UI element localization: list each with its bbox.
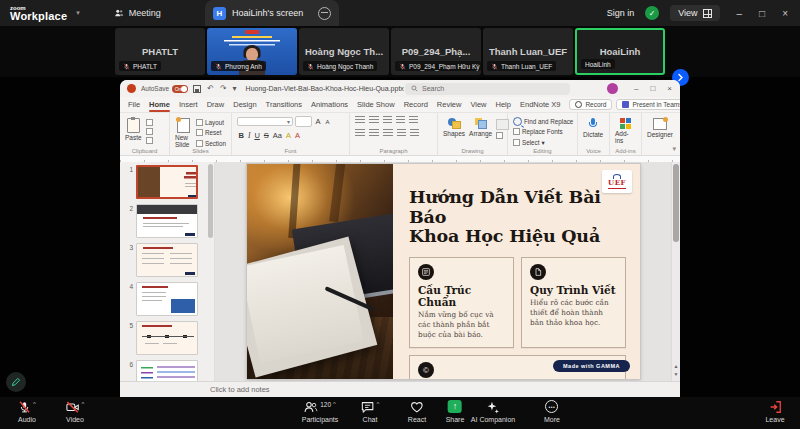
- thumbnail-scrollbar[interactable]: [208, 164, 213, 238]
- tab-home[interactable]: Home: [149, 100, 170, 109]
- addins-button[interactable]: Add-ins: [615, 116, 636, 144]
- account-avatar[interactable]: [607, 83, 618, 94]
- participant-tile-active-speaker[interactable]: HoaiLinh HoaiLinh: [575, 28, 665, 75]
- chat-options-caret[interactable]: ^: [377, 401, 380, 407]
- slide-thumbnail-4[interactable]: 4: [124, 282, 206, 316]
- audio-options-caret[interactable]: ^: [33, 401, 36, 407]
- copy-icon[interactable]: [146, 128, 153, 135]
- layout-button[interactable]: Layout: [196, 118, 226, 127]
- ai-companion-button[interactable]: AI Companion: [471, 400, 515, 423]
- shapes-button[interactable]: Shapes: [443, 116, 465, 137]
- tab-insert[interactable]: Insert: [179, 100, 198, 109]
- select-button[interactable]: Select ▾: [513, 138, 573, 147]
- participant-tile[interactable]: P09_294_Phạ... P09_294_Phạm Hữu Kỳ: [391, 28, 481, 75]
- participant-tile-video[interactable]: Phương Anh: [207, 28, 297, 75]
- italic-button[interactable]: I: [246, 131, 252, 140]
- record-button[interactable]: Record: [569, 99, 612, 110]
- sign-in-button[interactable]: Sign in: [607, 8, 635, 18]
- canvas-scrollbar[interactable]: ▲▼: [671, 162, 680, 381]
- close-button[interactable]: ×: [782, 8, 788, 19]
- chat-button[interactable]: ^ Chat: [361, 400, 380, 423]
- replace-fonts-button[interactable]: Replace Fonts: [513, 128, 573, 137]
- tab-record[interactable]: Record: [404, 100, 428, 109]
- find-replace-button[interactable]: Find and Replace: [513, 117, 573, 126]
- cut-icon[interactable]: [146, 119, 153, 126]
- participant-tile[interactable]: PHATLT PHATLT: [115, 28, 205, 75]
- search-input[interactable]: Search: [405, 83, 570, 95]
- ppt-close-button[interactable]: ×: [667, 84, 672, 93]
- font-name-combobox[interactable]: ▾: [237, 117, 293, 126]
- chevron-down-icon[interactable]: ▾: [76, 9, 80, 17]
- annotate-button[interactable]: [6, 372, 26, 392]
- shrink-font-icon[interactable]: A: [324, 119, 331, 125]
- scrollbar-thumb[interactable]: [673, 164, 679, 242]
- bold-button[interactable]: B: [237, 131, 245, 140]
- share-button[interactable]: ↑ Share: [446, 400, 465, 423]
- slide-thumbnail-1[interactable]: 1: [124, 165, 206, 199]
- dictate-button[interactable]: Dictate: [583, 116, 603, 138]
- video-options-caret[interactable]: ^: [82, 401, 85, 407]
- tab-animations[interactable]: Animations: [311, 100, 348, 109]
- section-button[interactable]: Section: [196, 139, 226, 148]
- tab-shared-screen[interactable]: H HoaiLinh's screen: [205, 0, 339, 26]
- minimize-button[interactable]: –: [737, 8, 743, 19]
- slide-thumbnail-6[interactable]: 6: [124, 360, 206, 381]
- tab-help[interactable]: Help: [496, 100, 511, 109]
- tab-review[interactable]: Review: [437, 100, 462, 109]
- minimize-share-icon[interactable]: [318, 7, 331, 20]
- bullets-icon[interactable]: [355, 116, 365, 124]
- participant-tile[interactable]: Thanh Luan_UEF Thanh Luan_UEF: [483, 28, 573, 75]
- indent-decrease-icon[interactable]: [383, 116, 392, 124]
- columns-icon[interactable]: [410, 129, 419, 137]
- tab-view[interactable]: View: [470, 100, 486, 109]
- participants-button[interactable]: 120 ^ Participants: [302, 400, 339, 423]
- line-spacing-icon[interactable]: [409, 116, 418, 124]
- tab-slide-show[interactable]: Slide Show: [357, 100, 395, 109]
- grow-font-icon[interactable]: A: [314, 117, 322, 126]
- underline-button[interactable]: U: [253, 131, 261, 140]
- change-case-button[interactable]: Aa: [271, 131, 283, 140]
- format-painter-icon[interactable]: [146, 137, 153, 144]
- tab-transitions[interactable]: Transitions: [266, 100, 302, 109]
- save-icon[interactable]: [193, 85, 201, 93]
- slide[interactable]: UEF Hướng Dẫn Viết Bài Báo Khoa Học Hiệu…: [247, 164, 640, 379]
- font-size-combobox[interactable]: [295, 116, 312, 127]
- designer-button[interactable]: Designer: [647, 116, 673, 138]
- ppt-minimize-button[interactable]: –: [634, 84, 638, 93]
- strikethrough-button[interactable]: S: [262, 131, 270, 140]
- numbering-icon[interactable]: [369, 116, 379, 124]
- tab-file[interactable]: File: [128, 100, 140, 109]
- tab-draw[interactable]: Draw: [207, 100, 225, 109]
- tab-endnote[interactable]: EndNote X9: [520, 100, 560, 109]
- audio-button[interactable]: ^ Audio: [18, 400, 36, 423]
- tab-meeting[interactable]: Meeting: [114, 8, 161, 18]
- notes-pane[interactable]: Click to add notes: [120, 381, 680, 397]
- participants-options-caret[interactable]: ^: [333, 401, 336, 407]
- leave-button[interactable]: Leave: [765, 400, 784, 423]
- reset-button[interactable]: Reset: [196, 129, 226, 138]
- arrange-button[interactable]: Arrange: [469, 116, 492, 137]
- justify-icon[interactable]: [397, 129, 406, 137]
- ppt-restore-button[interactable]: □: [650, 84, 655, 93]
- view-button[interactable]: View: [670, 5, 719, 21]
- more-button[interactable]: ••• More: [544, 400, 560, 423]
- react-button[interactable]: React: [408, 400, 426, 423]
- align-left-icon[interactable]: [355, 129, 365, 137]
- indent-increase-icon[interactable]: [396, 116, 405, 124]
- slide-thumbnail-2[interactable]: 2: [124, 204, 206, 238]
- slide-thumbnail-3[interactable]: 3: [124, 243, 206, 277]
- participant-tile[interactable]: Hoàng Ngọc Th... Hoàng Ngọc Thanh: [299, 28, 389, 75]
- security-shield-icon[interactable]: ✓: [645, 6, 659, 20]
- align-right-icon[interactable]: [383, 129, 393, 137]
- collapse-ribbon-icon[interactable]: ▾: [672, 145, 676, 153]
- font-color-button[interactable]: A: [294, 131, 302, 140]
- shape-fill-icon[interactable]: [496, 132, 503, 139]
- tab-design[interactable]: Design: [233, 100, 256, 109]
- slide-nav-buttons[interactable]: ▲▼: [672, 362, 680, 378]
- customize-qat-icon[interactable]: ▾: [233, 84, 237, 93]
- slide-thumbnail-5[interactable]: 5: [124, 321, 206, 355]
- paste-button[interactable]: Paste: [125, 116, 142, 141]
- highlight-color-button[interactable]: A: [285, 131, 293, 140]
- maximize-button[interactable]: □: [759, 8, 765, 19]
- redo-icon[interactable]: ↷: [220, 84, 227, 93]
